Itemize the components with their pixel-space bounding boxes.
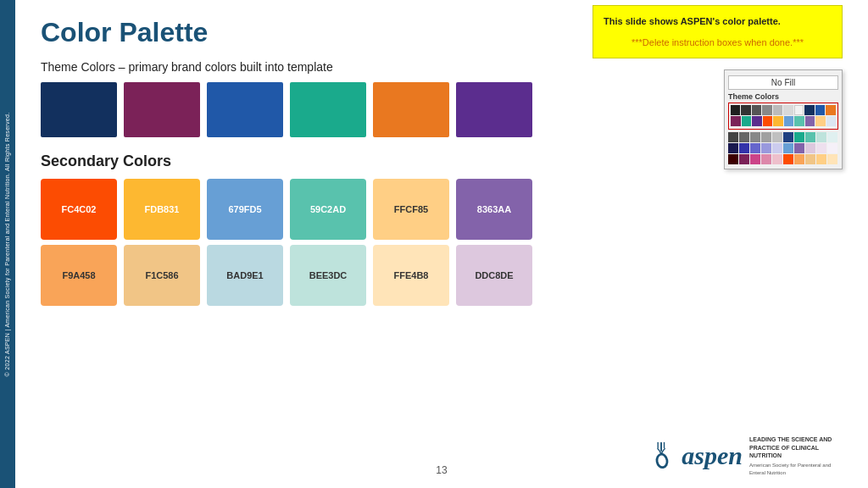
picker-swatch[interactable]	[750, 154, 760, 164]
picker-swatch[interactable]	[783, 143, 793, 153]
picker-swatch[interactable]	[761, 154, 771, 164]
picker-swatch[interactable]	[773, 116, 783, 126]
picker-swatch[interactable]	[731, 116, 741, 126]
picker-swatch[interactable]	[731, 105, 740, 115]
svg-rect-0	[660, 442, 662, 452]
picker-swatch[interactable]	[762, 105, 771, 115]
secondary-swatch-8363aa: 8363AA	[456, 179, 532, 240]
picker-std-row-2	[728, 143, 838, 153]
theme-colors-label: Theme Colors – primary brand colors buil…	[41, 60, 843, 74]
logo-tagline: LEADING THE SCIENCE AND PRACTICE OF CLIN…	[749, 435, 843, 476]
secondary-swatch-ffe4b8: FFE4B8	[373, 245, 449, 306]
picker-swatch[interactable]	[728, 143, 738, 153]
picker-swatch[interactable]	[827, 154, 837, 164]
picker-swatch[interactable]	[773, 105, 782, 115]
picker-swatch[interactable]	[750, 143, 760, 153]
picker-swatch[interactable]	[728, 132, 738, 142]
picker-swatch[interactable]	[783, 132, 793, 142]
picker-swatch[interactable]	[761, 143, 771, 153]
secondary-swatch-ffcf85: FFCF85	[373, 179, 449, 240]
instruction-title: This slide shows ASPEN's color palette.	[604, 14, 832, 29]
picker-swatch[interactable]	[794, 116, 804, 126]
sidebar-text: © 2022 ASPEN | American Society for Pare…	[5, 112, 11, 376]
picker-swatch[interactable]	[826, 105, 835, 115]
secondary-swatch-f9a458: F9A458	[41, 245, 117, 306]
aspen-logo-icon	[649, 441, 675, 470]
secondary-swatch-59c2ad: 59C2AD	[290, 179, 366, 240]
theme-colors-row	[41, 82, 843, 137]
picker-swatch[interactable]	[794, 132, 804, 142]
logo-area: aspen LEADING THE SCIENCE AND PRACTICE O…	[649, 435, 843, 476]
picker-swatch[interactable]	[783, 154, 793, 164]
instruction-delete-text: ***Delete instruction boxes when done.**…	[604, 36, 832, 50]
picker-row-2	[731, 116, 836, 126]
picker-swatch[interactable]	[805, 154, 815, 164]
picker-swatch[interactable]	[739, 143, 749, 153]
tagline-line2: PRACTICE OF CLINICAL NUTRITION	[749, 444, 843, 461]
picker-swatch[interactable]	[783, 105, 793, 115]
picker-swatch[interactable]	[739, 132, 749, 142]
picker-standard-section	[728, 132, 838, 164]
page-number: 13	[436, 464, 447, 476]
theme-swatch-3	[207, 82, 283, 137]
picker-swatch[interactable]	[827, 132, 837, 142]
picker-swatch[interactable]	[816, 154, 826, 164]
svg-rect-1	[658, 442, 659, 448]
secondary-colors-grid: FC4C02 FDB831 679FD5 59C2AD FFCF85 8363A…	[41, 179, 843, 306]
picker-swatch[interactable]	[741, 105, 750, 115]
picker-swatch[interactable]	[816, 132, 826, 142]
picker-swatch[interactable]	[784, 116, 794, 126]
picker-swatch[interactable]	[728, 154, 738, 164]
picker-swatch[interactable]	[805, 143, 815, 153]
picker-swatch[interactable]	[772, 154, 782, 164]
secondary-swatch-bad9e1: BAD9E1	[207, 245, 283, 306]
picker-swatch[interactable]	[750, 132, 760, 142]
theme-swatch-5	[373, 82, 449, 137]
secondary-row-1: FC4C02 FDB831 679FD5 59C2AD FFCF85 8363A…	[41, 179, 843, 240]
instruction-box: This slide shows ASPEN's color palette. …	[593, 5, 843, 58]
picker-swatch[interactable]	[794, 143, 804, 153]
secondary-swatch-fdb831: FDB831	[124, 179, 200, 240]
tagline-line1: LEADING THE SCIENCE AND	[749, 435, 843, 444]
color-picker-popup: No Fill Theme Colors	[724, 69, 843, 169]
picker-swatch[interactable]	[752, 105, 761, 115]
theme-swatch-4	[290, 82, 366, 137]
picker-swatch[interactable]	[739, 154, 749, 164]
theme-swatch-2	[124, 82, 200, 137]
picker-swatch[interactable]	[763, 116, 773, 126]
picker-swatch[interactable]	[815, 105, 825, 115]
picker-std-row-3	[728, 154, 838, 164]
secondary-swatch-f1c586: F1C586	[124, 245, 200, 306]
svg-rect-2	[664, 442, 665, 448]
picker-std-row-1	[728, 132, 838, 142]
picker-swatch[interactable]	[827, 143, 837, 153]
picker-swatch[interactable]	[804, 105, 814, 115]
no-fill-button[interactable]: No Fill	[728, 75, 838, 90]
secondary-swatch-bee3dc: BEE3DC	[290, 245, 366, 306]
picker-swatch[interactable]	[772, 132, 782, 142]
theme-swatch-1	[41, 82, 117, 137]
picker-swatch[interactable]	[815, 116, 826, 126]
secondary-colors-label: Secondary Colors	[41, 152, 843, 170]
picker-swatch[interactable]	[742, 116, 752, 126]
picker-swatch[interactable]	[805, 132, 815, 142]
picker-swatch[interactable]	[826, 116, 837, 126]
logo-text-group: aspen	[682, 441, 743, 470]
picker-swatch[interactable]	[794, 105, 804, 115]
picker-swatch[interactable]	[772, 143, 782, 153]
picker-swatch[interactable]	[794, 154, 804, 164]
secondary-swatch-fc4c02: FC4C02	[41, 179, 117, 240]
picker-swatch[interactable]	[761, 132, 771, 142]
picker-theme-section	[728, 103, 838, 130]
sidebar: © 2022 ASPEN | American Society for Pare…	[0, 0, 15, 488]
secondary-swatch-ddc8de: DDC8DE	[456, 245, 532, 306]
picker-swatch[interactable]	[752, 116, 762, 126]
aspen-logo-text: aspen	[682, 441, 743, 470]
picker-swatch[interactable]	[805, 116, 815, 126]
tagline-line3: American Society for Parenteral and Ente…	[749, 462, 843, 476]
secondary-row-2: F9A458 F1C586 BAD9E1 BEE3DC FFE4B8 DDC8D…	[41, 245, 843, 306]
picker-swatch[interactable]	[816, 143, 826, 153]
picker-theme-label: Theme Colors	[728, 92, 838, 101]
secondary-swatch-679fd5: 679FD5	[207, 179, 283, 240]
picker-row-1	[731, 105, 836, 115]
